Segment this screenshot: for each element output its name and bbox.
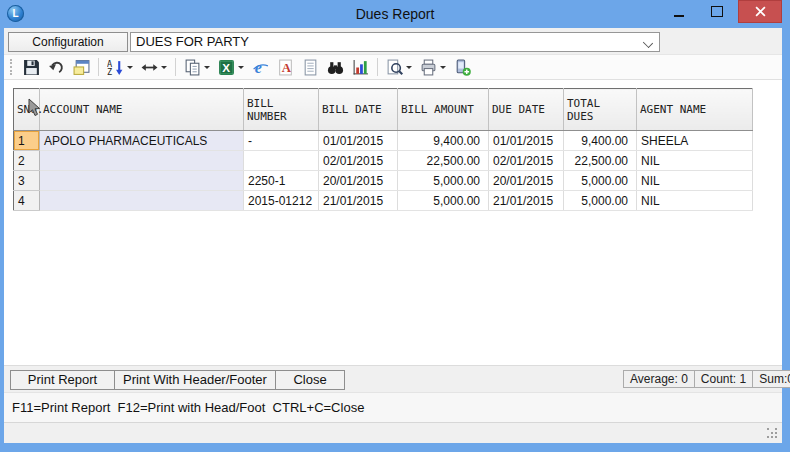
cell-bill-date[interactable]: 01/01/2015 (319, 131, 398, 151)
dropdown-caret-icon (204, 66, 210, 69)
report-selector-combobox[interactable]: DUES FOR PARTY (130, 32, 660, 52)
col-header-due-date[interactable]: DUE DATE (489, 89, 564, 131)
export-pdf-icon: A (277, 59, 294, 76)
col-header-bill-date[interactable]: BILL DATE (319, 89, 398, 131)
average-value: Average: 0 (623, 370, 695, 388)
cell-bill-number[interactable]: - (244, 131, 319, 151)
svg-text:X: X (222, 61, 230, 74)
copy-button[interactable] (181, 57, 213, 78)
resize-grip[interactable] (767, 428, 779, 440)
count-value: Count: 1 (694, 370, 753, 388)
toolbar-separator (175, 58, 176, 76)
autofit-columns-icon (141, 59, 158, 76)
configuration-button[interactable]: Configuration (8, 32, 128, 52)
table-row[interactable]: 2 02/01/2015 22,500.00 02/01/2015 22,500… (14, 151, 753, 171)
cell-account-name[interactable] (40, 171, 244, 191)
close-report-button[interactable]: Close (275, 370, 345, 390)
table-row[interactable]: 3 2250-1 20/01/2015 5,000.00 20/01/2015 … (14, 171, 753, 191)
document-icon (302, 59, 319, 76)
send-sms-button[interactable] (451, 57, 474, 78)
col-header-account-name[interactable]: ACCOUNT NAME (40, 89, 244, 131)
save-button[interactable] (20, 57, 43, 78)
cell-sno[interactable]: 1 (14, 131, 40, 151)
chevron-down-icon (643, 38, 653, 48)
cell-account-name[interactable]: APOLO PHARMACEUTICALS (40, 131, 244, 151)
cell-bill-date[interactable]: 02/01/2015 (319, 151, 398, 171)
print-preview-button[interactable] (383, 57, 415, 78)
titlebar[interactable]: L Dues Report (0, 0, 790, 28)
cell-due-date[interactable]: 21/01/2015 (489, 191, 564, 211)
cell-bill-amount[interactable]: 5,000.00 (398, 171, 489, 191)
undo-button[interactable] (45, 57, 68, 78)
window-frame: L Dues Report Configuration DUES FOR PAR… (0, 0, 790, 452)
dropdown-caret-icon (406, 66, 412, 69)
maximize-icon (711, 6, 723, 17)
table-header-row: SNO. ACCOUNT NAME BILL NUMBER BILL DATE … (14, 89, 753, 131)
print-button[interactable] (417, 57, 449, 78)
mouse-cursor (28, 98, 41, 117)
aggregates-bar: Average: 0 Count: 1 Sum:0 (623, 370, 790, 388)
toolbar-grip[interactable] (10, 59, 15, 75)
dropdown-caret-icon (440, 66, 446, 69)
cell-total-dues[interactable]: 22,500.00 (564, 151, 637, 171)
svg-text:A: A (282, 61, 292, 75)
table-row[interactable]: 1 APOLO PHARMACEUTICALS - 01/01/2015 9,4… (14, 131, 753, 151)
report-selector-value: DUES FOR PARTY (136, 34, 249, 49)
cell-bill-number[interactable] (244, 151, 319, 171)
cell-total-dues[interactable]: 9,400.00 (564, 131, 637, 151)
maximize-button[interactable] (702, 0, 732, 23)
cell-account-name[interactable] (40, 151, 244, 171)
close-button[interactable] (738, 0, 782, 23)
table-row[interactable]: 4 2015-01212 21/01/2015 5,000.00 21/01/2… (14, 191, 753, 211)
toolbar-separator (377, 58, 378, 76)
cell-due-date[interactable]: 20/01/2015 (489, 171, 564, 191)
cell-sno[interactable]: 3 (14, 171, 40, 191)
cell-account-name[interactable] (40, 191, 244, 211)
minimize-button[interactable] (664, 0, 694, 23)
sort-az-button[interactable]: AZ (104, 57, 136, 78)
print-with-header-footer-button[interactable]: Print With Header/Footer (114, 370, 276, 390)
cell-bill-number[interactable]: 2015-01212 (244, 191, 319, 211)
col-header-agent-name[interactable]: AGENT NAME (637, 89, 753, 131)
cell-agent-name[interactable]: NIL (637, 151, 753, 171)
sum-value: Sum:0 (752, 370, 790, 388)
find-button[interactable] (324, 57, 347, 78)
cell-agent-name[interactable]: SHEELA (637, 131, 753, 151)
cell-bill-amount[interactable]: 9,400.00 (398, 131, 489, 151)
cell-agent-name[interactable]: NIL (637, 191, 753, 211)
browser-view-button[interactable]: e (249, 57, 272, 78)
cell-due-date[interactable]: 01/01/2015 (489, 131, 564, 151)
col-header-bill-number[interactable]: BILL NUMBER (244, 89, 319, 131)
cell-sno[interactable]: 2 (14, 151, 40, 171)
dues-table: SNO. ACCOUNT NAME BILL NUMBER BILL DATE … (13, 88, 753, 211)
print-preview-icon (386, 59, 403, 76)
footer-button-bar: Print Report Print With Header/Footer Cl… (10, 370, 344, 390)
cell-due-date[interactable]: 02/01/2015 (489, 151, 564, 171)
cell-bill-amount[interactable]: 5,000.00 (398, 191, 489, 211)
export-pdf-button[interactable]: A (274, 57, 297, 78)
toolbar-separator (98, 58, 99, 76)
cell-total-dues[interactable]: 5,000.00 (564, 171, 637, 191)
cell-total-dues[interactable]: 5,000.00 (564, 191, 637, 211)
print-report-button[interactable]: Print Report (10, 370, 115, 390)
dropdown-caret-icon (127, 66, 133, 69)
window-content: Configuration DUES FOR PARTY AZ (4, 28, 782, 443)
toolbar: AZ X e A (4, 54, 782, 80)
document-view-button[interactable] (299, 57, 322, 78)
export-excel-button[interactable]: X (215, 57, 247, 78)
status-strip (4, 422, 782, 443)
cell-bill-date[interactable]: 21/01/2015 (319, 191, 398, 211)
binoculars-find-icon (327, 59, 344, 76)
internet-explorer-icon: e (252, 59, 269, 76)
chart-button[interactable] (349, 57, 372, 78)
cell-bill-amount[interactable]: 22,500.00 (398, 151, 489, 171)
cell-sno[interactable]: 4 (14, 191, 40, 211)
cell-bill-date[interactable]: 20/01/2015 (319, 171, 398, 191)
export-excel-icon: X (218, 59, 235, 76)
col-header-total-dues[interactable]: TOTAL DUES (564, 89, 637, 131)
cell-agent-name[interactable]: NIL (637, 171, 753, 191)
autofit-columns-button[interactable] (138, 57, 170, 78)
cell-bill-number[interactable]: 2250-1 (244, 171, 319, 191)
col-header-bill-amount[interactable]: BILL AMOUNT (398, 89, 489, 131)
form-properties-button[interactable] (70, 57, 93, 78)
